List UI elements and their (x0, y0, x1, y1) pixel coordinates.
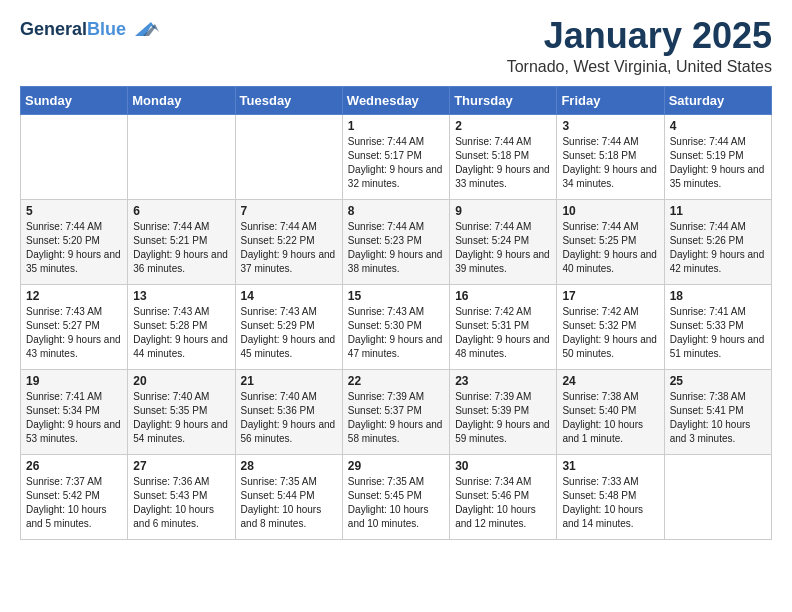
table-cell: 15Sunrise: 7:43 AM Sunset: 5:30 PM Dayli… (342, 284, 449, 369)
day-info: Sunrise: 7:42 AM Sunset: 5:32 PM Dayligh… (562, 305, 658, 361)
table-cell: 19Sunrise: 7:41 AM Sunset: 5:34 PM Dayli… (21, 369, 128, 454)
day-info: Sunrise: 7:44 AM Sunset: 5:26 PM Dayligh… (670, 220, 766, 276)
table-cell: 18Sunrise: 7:41 AM Sunset: 5:33 PM Dayli… (664, 284, 771, 369)
table-cell: 30Sunrise: 7:34 AM Sunset: 5:46 PM Dayli… (450, 454, 557, 539)
table-cell: 4Sunrise: 7:44 AM Sunset: 5:19 PM Daylig… (664, 114, 771, 199)
day-info: Sunrise: 7:38 AM Sunset: 5:40 PM Dayligh… (562, 390, 658, 446)
day-number: 4 (670, 119, 766, 133)
header-saturday: Saturday (664, 86, 771, 114)
table-cell: 12Sunrise: 7:43 AM Sunset: 5:27 PM Dayli… (21, 284, 128, 369)
table-cell: 21Sunrise: 7:40 AM Sunset: 5:36 PM Dayli… (235, 369, 342, 454)
day-info: Sunrise: 7:35 AM Sunset: 5:45 PM Dayligh… (348, 475, 444, 531)
day-info: Sunrise: 7:38 AM Sunset: 5:41 PM Dayligh… (670, 390, 766, 446)
day-number: 16 (455, 289, 551, 303)
month-title: January 2025 (507, 16, 772, 56)
table-cell: 24Sunrise: 7:38 AM Sunset: 5:40 PM Dayli… (557, 369, 664, 454)
day-info: Sunrise: 7:42 AM Sunset: 5:31 PM Dayligh… (455, 305, 551, 361)
day-number: 10 (562, 204, 658, 218)
day-info: Sunrise: 7:44 AM Sunset: 5:18 PM Dayligh… (455, 135, 551, 191)
header-thursday: Thursday (450, 86, 557, 114)
page-container: GeneralBlue January 2025 Tornado, West V… (0, 0, 792, 556)
table-cell (235, 114, 342, 199)
logo-icon (129, 18, 159, 40)
table-cell: 8Sunrise: 7:44 AM Sunset: 5:23 PM Daylig… (342, 199, 449, 284)
day-number: 8 (348, 204, 444, 218)
day-info: Sunrise: 7:44 AM Sunset: 5:23 PM Dayligh… (348, 220, 444, 276)
day-number: 6 (133, 204, 229, 218)
day-info: Sunrise: 7:35 AM Sunset: 5:44 PM Dayligh… (241, 475, 337, 531)
table-cell: 17Sunrise: 7:42 AM Sunset: 5:32 PM Dayli… (557, 284, 664, 369)
header-friday: Friday (557, 86, 664, 114)
header-sunday: Sunday (21, 86, 128, 114)
day-info: Sunrise: 7:39 AM Sunset: 5:37 PM Dayligh… (348, 390, 444, 446)
week-row-5: 26Sunrise: 7:37 AM Sunset: 5:42 PM Dayli… (21, 454, 772, 539)
table-cell: 27Sunrise: 7:36 AM Sunset: 5:43 PM Dayli… (128, 454, 235, 539)
table-cell: 31Sunrise: 7:33 AM Sunset: 5:48 PM Dayli… (557, 454, 664, 539)
day-info: Sunrise: 7:44 AM Sunset: 5:18 PM Dayligh… (562, 135, 658, 191)
day-info: Sunrise: 7:44 AM Sunset: 5:17 PM Dayligh… (348, 135, 444, 191)
table-cell: 29Sunrise: 7:35 AM Sunset: 5:45 PM Dayli… (342, 454, 449, 539)
day-info: Sunrise: 7:43 AM Sunset: 5:28 PM Dayligh… (133, 305, 229, 361)
table-cell: 10Sunrise: 7:44 AM Sunset: 5:25 PM Dayli… (557, 199, 664, 284)
table-cell: 25Sunrise: 7:38 AM Sunset: 5:41 PM Dayli… (664, 369, 771, 454)
day-number: 15 (348, 289, 444, 303)
day-info: Sunrise: 7:43 AM Sunset: 5:27 PM Dayligh… (26, 305, 122, 361)
day-info: Sunrise: 7:44 AM Sunset: 5:20 PM Dayligh… (26, 220, 122, 276)
day-number: 26 (26, 459, 122, 473)
location-title: Tornado, West Virginia, United States (507, 58, 772, 76)
week-row-3: 12Sunrise: 7:43 AM Sunset: 5:27 PM Dayli… (21, 284, 772, 369)
table-cell: 16Sunrise: 7:42 AM Sunset: 5:31 PM Dayli… (450, 284, 557, 369)
header-wednesday: Wednesday (342, 86, 449, 114)
week-row-4: 19Sunrise: 7:41 AM Sunset: 5:34 PM Dayli… (21, 369, 772, 454)
day-number: 29 (348, 459, 444, 473)
table-cell: 5Sunrise: 7:44 AM Sunset: 5:20 PM Daylig… (21, 199, 128, 284)
table-cell (664, 454, 771, 539)
table-cell: 9Sunrise: 7:44 AM Sunset: 5:24 PM Daylig… (450, 199, 557, 284)
table-cell: 7Sunrise: 7:44 AM Sunset: 5:22 PM Daylig… (235, 199, 342, 284)
day-info: Sunrise: 7:44 AM Sunset: 5:22 PM Dayligh… (241, 220, 337, 276)
day-number: 12 (26, 289, 122, 303)
day-info: Sunrise: 7:39 AM Sunset: 5:39 PM Dayligh… (455, 390, 551, 446)
calendar-table: Sunday Monday Tuesday Wednesday Thursday… (20, 86, 772, 540)
table-cell: 14Sunrise: 7:43 AM Sunset: 5:29 PM Dayli… (235, 284, 342, 369)
week-row-2: 5Sunrise: 7:44 AM Sunset: 5:20 PM Daylig… (21, 199, 772, 284)
day-number: 7 (241, 204, 337, 218)
table-cell: 22Sunrise: 7:39 AM Sunset: 5:37 PM Dayli… (342, 369, 449, 454)
day-info: Sunrise: 7:40 AM Sunset: 5:36 PM Dayligh… (241, 390, 337, 446)
table-cell: 20Sunrise: 7:40 AM Sunset: 5:35 PM Dayli… (128, 369, 235, 454)
day-info: Sunrise: 7:37 AM Sunset: 5:42 PM Dayligh… (26, 475, 122, 531)
day-number: 24 (562, 374, 658, 388)
table-cell: 3Sunrise: 7:44 AM Sunset: 5:18 PM Daylig… (557, 114, 664, 199)
day-number: 22 (348, 374, 444, 388)
day-number: 25 (670, 374, 766, 388)
day-info: Sunrise: 7:34 AM Sunset: 5:46 PM Dayligh… (455, 475, 551, 531)
day-number: 14 (241, 289, 337, 303)
day-number: 19 (26, 374, 122, 388)
day-number: 31 (562, 459, 658, 473)
day-number: 5 (26, 204, 122, 218)
day-number: 2 (455, 119, 551, 133)
day-info: Sunrise: 7:43 AM Sunset: 5:29 PM Dayligh… (241, 305, 337, 361)
table-cell: 11Sunrise: 7:44 AM Sunset: 5:26 PM Dayli… (664, 199, 771, 284)
table-cell: 23Sunrise: 7:39 AM Sunset: 5:39 PM Dayli… (450, 369, 557, 454)
table-cell: 26Sunrise: 7:37 AM Sunset: 5:42 PM Dayli… (21, 454, 128, 539)
day-number: 23 (455, 374, 551, 388)
weekday-header-row: Sunday Monday Tuesday Wednesday Thursday… (21, 86, 772, 114)
day-info: Sunrise: 7:33 AM Sunset: 5:48 PM Dayligh… (562, 475, 658, 531)
day-number: 9 (455, 204, 551, 218)
week-row-1: 1Sunrise: 7:44 AM Sunset: 5:17 PM Daylig… (21, 114, 772, 199)
day-number: 20 (133, 374, 229, 388)
day-info: Sunrise: 7:36 AM Sunset: 5:43 PM Dayligh… (133, 475, 229, 531)
header-monday: Monday (128, 86, 235, 114)
title-block: January 2025 Tornado, West Virginia, Uni… (507, 16, 772, 76)
day-number: 28 (241, 459, 337, 473)
day-number: 30 (455, 459, 551, 473)
header: GeneralBlue January 2025 Tornado, West V… (20, 16, 772, 76)
table-cell: 6Sunrise: 7:44 AM Sunset: 5:21 PM Daylig… (128, 199, 235, 284)
day-number: 17 (562, 289, 658, 303)
day-info: Sunrise: 7:44 AM Sunset: 5:21 PM Dayligh… (133, 220, 229, 276)
day-number: 1 (348, 119, 444, 133)
table-cell: 28Sunrise: 7:35 AM Sunset: 5:44 PM Dayli… (235, 454, 342, 539)
table-cell: 1Sunrise: 7:44 AM Sunset: 5:17 PM Daylig… (342, 114, 449, 199)
logo: GeneralBlue (20, 20, 159, 40)
